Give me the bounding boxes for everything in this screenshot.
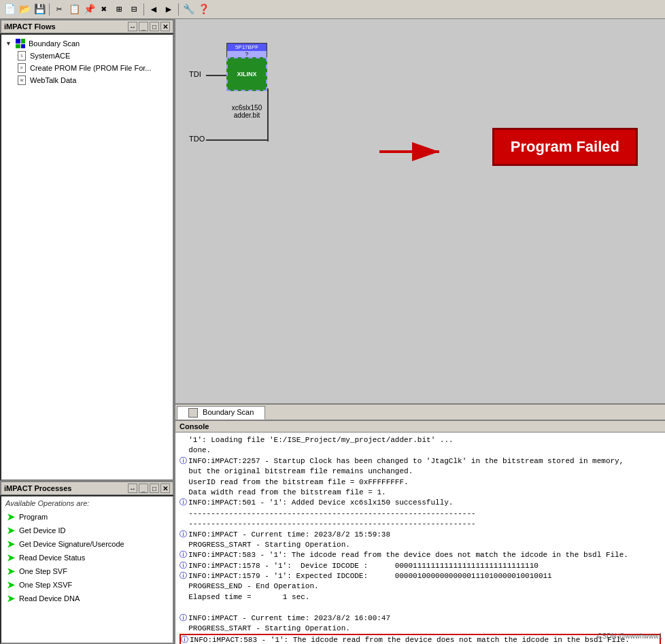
- console-line-18: PROGRESS_START - Starting Operation.: [180, 624, 350, 632]
- grid2-icon[interactable]: ⊟: [127, 3, 141, 16]
- save-icon[interactable]: 💾: [33, 3, 46, 16]
- console-line-19-highlighted: ⓘINFO:iMPACT:583 - '1': The idcode read …: [180, 634, 661, 644]
- processes-subtitle: Available Operations are:: [5, 499, 169, 507]
- nav-right-icon[interactable]: ▶: [162, 3, 175, 16]
- flow-item-boundary-scan[interactable]: ▼ Boundary Scan: [3, 37, 171, 50]
- console-content[interactable]: '1': Loading file 'E:/ISE_Project/my_pro…: [175, 433, 665, 644]
- systemace-icon: S: [16, 50, 27, 61]
- bottom-jtag-line: [206, 139, 269, 141]
- processes-list: Available Operations are: ➤ Program ➤ Ge…: [0, 495, 174, 644]
- process-label-get-device-id: Get Device ID: [19, 526, 65, 535]
- proc-pin-icon[interactable]: ↔: [128, 484, 137, 493]
- watermark: CSDN @wwwhwww1: [597, 632, 662, 641]
- proc-close-icon[interactable]: ✕: [160, 484, 170, 493]
- flow-label-systemace: SystemACE: [30, 52, 70, 60]
- chip-sub: ?: [226, 51, 267, 57]
- console-line-10: PROGRESS_START - Starting Operation.: [180, 541, 350, 549]
- nav-left-icon[interactable]: ◀: [147, 3, 160, 16]
- arrow-read-status: ➤: [7, 552, 15, 563]
- folder-icon[interactable]: 📂: [18, 3, 31, 16]
- sep3: [178, 3, 179, 16]
- flow-label-prom: Create PROM File (PROM File For...: [30, 64, 151, 72]
- help-icon[interactable]: ❓: [197, 3, 210, 16]
- proc-min-icon[interactable]: _: [139, 484, 148, 493]
- console-line-14: PROGRESS_END - End Operation.: [180, 582, 319, 590]
- right-jtag-line: [267, 88, 269, 141]
- cut-icon[interactable]: ✂: [52, 3, 66, 16]
- program-failed-text: Program Failed: [511, 138, 619, 155]
- console-line-15: Elapsed time = 1 sec.: [180, 593, 309, 601]
- prom-icon: P: [16, 63, 27, 73]
- process-one-step-svf[interactable]: ➤ One Step SVF: [5, 564, 169, 578]
- chip-name: xc6slx150: [226, 104, 267, 112]
- console-line-5: Data width read from the bitstream file …: [180, 488, 386, 496]
- flows-title: iMPACT Flows: [4, 22, 56, 31]
- console-line-6: ⓘINFO:iMPACT:501 - '1': Added Device xc6…: [180, 498, 453, 507]
- console-line-4: UserID read from the bitstream file = 0x…: [180, 478, 409, 486]
- paste-icon[interactable]: 📌: [82, 3, 96, 16]
- console-line-17: ⓘINFO:iMPACT - Current time: 2023/8/2 16…: [180, 614, 390, 622]
- processes-title: iMPACT Processes: [4, 484, 71, 492]
- process-one-step-xsvf[interactable]: ➤ One Step XSVF: [5, 578, 169, 592]
- flows-pin-icon[interactable]: ↔: [128, 22, 137, 31]
- proc-max-icon[interactable]: □: [150, 484, 159, 493]
- toolbar: 📄 📂 💾 ✂ 📋 📌 ✖ ⊞ ⊟ ◀ ▶ 🔧 ❓: [0, 0, 665, 19]
- chip-container[interactable]: 5P17BPF ? XILINX: [226, 43, 267, 91]
- flows-list: ▼ Boundary Scan S SystemACE: [0, 33, 174, 481]
- flow-item-prom[interactable]: P Create PROM File (PROM File For...: [3, 62, 171, 74]
- process-label-xsvf: One Step XSVF: [19, 581, 72, 589]
- console-section: Console '1': Loading file 'E:/ISE_Projec…: [175, 420, 665, 644]
- process-signature[interactable]: ➤ Get Device Signature/Usercode: [5, 537, 169, 551]
- canvas-area: TDI 5P17BPF ? XILINX xc6slx150 adder.bit: [175, 19, 665, 403]
- tab-boundary-scan[interactable]: Boundary Scan: [177, 406, 265, 420]
- flow-item-systemace[interactable]: S SystemACE: [3, 50, 171, 62]
- program-failed-banner: Program Failed: [492, 128, 638, 166]
- console-line-8: ----------------------------------------…: [180, 520, 476, 528]
- wrench-icon[interactable]: 🔧: [182, 3, 195, 16]
- flow-label-webtalk: WebTalk Data: [30, 76, 76, 84]
- console-line-11: ⓘINFO:iMPACT:583 - '1': The idcode read …: [180, 551, 628, 559]
- flows-close-icon[interactable]: ✕: [160, 22, 170, 31]
- chip-name-label: xc6slx150 adder.bit: [226, 104, 267, 119]
- console-line-7: ----------------------------------------…: [180, 509, 476, 518]
- new-icon[interactable]: 📄: [3, 3, 16, 16]
- console-line-3: but the original bitstream file remains …: [180, 467, 413, 475]
- tab-label: Boundary Scan: [203, 408, 254, 416]
- process-program[interactable]: ➤ Program: [5, 510, 169, 524]
- process-read-device-dna[interactable]: ➤ Read Device DNA: [5, 592, 169, 605]
- processes-panel-header: iMPACT Processes ↔ _ □ ✕: [0, 481, 174, 495]
- process-get-device-id[interactable]: ➤ Get Device ID: [5, 524, 169, 537]
- console-line-12: ⓘINFO:iMPACT:1578 - '1': Device IDCODE :…: [180, 562, 539, 570]
- flows-min-icon[interactable]: _: [139, 22, 148, 31]
- arrow-svg: [379, 141, 447, 162]
- flows-max-icon[interactable]: □: [150, 22, 159, 31]
- flows-panel-header: iMPACT Flows ↔ _ □ ✕: [0, 19, 174, 33]
- processes-header-icons: ↔ _ □ ✕: [128, 484, 170, 493]
- grid-icon[interactable]: ⊞: [112, 3, 126, 16]
- delete-icon[interactable]: ✖: [97, 3, 111, 16]
- flow-item-webtalk[interactable]: W WebTalk Data: [3, 74, 171, 86]
- tab-icon: [188, 408, 198, 418]
- flow-label-boundary-scan: Boundary Scan: [29, 39, 80, 48]
- process-label-dna: Read Device DNA: [19, 594, 80, 603]
- console-line-2: ⓘINFO:iMPACT:2257 - Startup Clock has be…: [180, 457, 624, 465]
- sep1: [49, 3, 50, 16]
- copy-icon[interactable]: 📋: [67, 3, 81, 16]
- left-panel: iMPACT Flows ↔ _ □ ✕ ▼: [0, 19, 175, 644]
- process-label-read-status: Read Device Status: [19, 554, 85, 562]
- chip-header-text: 5P17BPF: [235, 44, 258, 50]
- chip-header: 5P17BPF: [226, 43, 267, 51]
- process-label-signature: Get Device Signature/Usercode: [19, 540, 124, 548]
- main-layout: iMPACT Flows ↔ _ □ ✕ ▼: [0, 19, 665, 644]
- arrow-svf: ➤: [7, 566, 15, 577]
- processes-section: iMPACT Processes ↔ _ □ ✕ Available Opera…: [0, 481, 174, 644]
- console-line-0: '1': Loading file 'E:/ISE_Project/my_pro…: [180, 436, 454, 444]
- console-line-13: ⓘINFO:iMPACT:1579 - '1': Expected IDCODE…: [180, 572, 552, 580]
- tdi-label: TDI: [189, 70, 201, 78]
- center-panel: TDI 5P17BPF ? XILINX xc6slx150 adder.bit: [175, 19, 665, 644]
- process-read-device-status[interactable]: ➤ Read Device Status: [5, 551, 169, 564]
- chip-file: adder.bit: [226, 112, 267, 119]
- tdi-line: [206, 75, 226, 76]
- console-line-9: ⓘINFO:iMPACT - Current time: 2023/8/2 15…: [180, 530, 390, 539]
- tab-bar: Boundary Scan: [175, 403, 665, 420]
